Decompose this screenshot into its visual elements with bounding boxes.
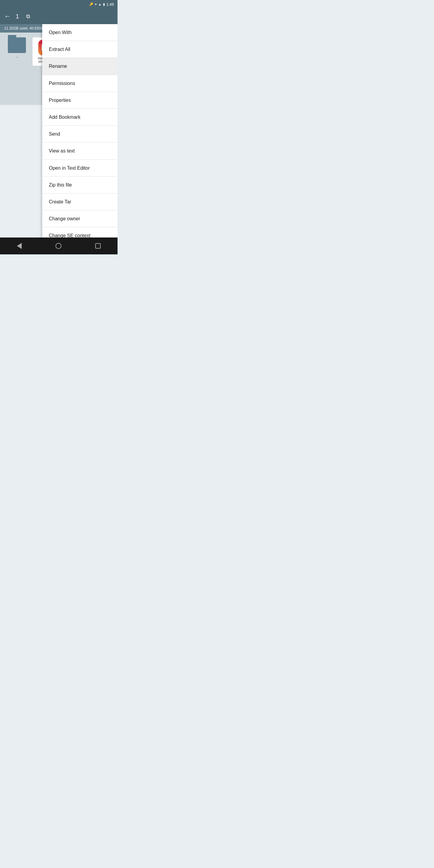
key-icon: 🔑 (89, 2, 93, 6)
folder-label: .. (16, 54, 18, 59)
menu-item-change-se[interactable]: Change SE context (42, 227, 118, 238)
menu-item-extract-all[interactable]: Extract All (42, 41, 118, 58)
status-icons: 🔑 ▾ ▲ ▮ 1:48 (89, 2, 114, 7)
folder-icon (8, 37, 26, 53)
context-menu: Open With Extract All Rename Permissions… (42, 24, 118, 238)
signal-icon: ▲ (98, 2, 101, 6)
menu-item-rename[interactable]: Rename (42, 58, 118, 74)
status-time: 1:48 (106, 2, 114, 7)
back-triangle-icon (17, 243, 22, 249)
menu-item-zip-file[interactable]: Zip this file (42, 177, 118, 193)
selection-count: 1 (16, 13, 19, 20)
back-button[interactable]: ← (4, 12, 11, 20)
menu-item-properties[interactable]: Properties (42, 92, 118, 108)
nav-home-button[interactable] (53, 241, 64, 251)
menu-item-send[interactable]: Send (42, 126, 118, 142)
home-circle-icon (56, 243, 61, 249)
nav-back-button[interactable] (14, 241, 24, 251)
copy-icon[interactable]: ⧉ (26, 13, 30, 20)
menu-item-create-tar[interactable]: Create Tar (42, 193, 118, 210)
wifi-icon: ▾ (95, 2, 97, 6)
battery-icon: ▮ (103, 2, 105, 6)
app-header: ← 1 ⧉ (0, 8, 118, 24)
nav-bar (0, 238, 118, 254)
menu-item-permissions[interactable]: Permissions (42, 75, 118, 92)
nav-recents-button[interactable] (93, 241, 103, 251)
menu-item-add-bookmark[interactable]: Add Bookmark (42, 109, 118, 125)
status-bar: 🔑 ▾ ▲ ▮ 1:48 (0, 0, 118, 8)
menu-item-change-owner[interactable]: Change owner (42, 210, 118, 227)
menu-item-open-with[interactable]: Open With (42, 24, 118, 41)
menu-item-view-as-text[interactable]: View as text (42, 143, 118, 159)
menu-item-open-text-editor[interactable]: Open in Text Editor (42, 160, 118, 176)
recents-square-icon (95, 243, 101, 249)
folder-item-parent[interactable]: .. (5, 37, 29, 59)
